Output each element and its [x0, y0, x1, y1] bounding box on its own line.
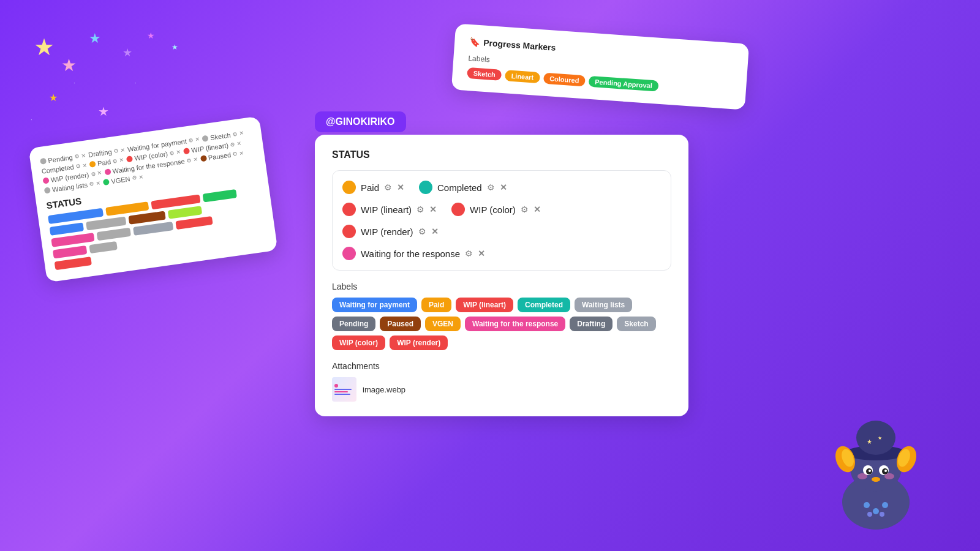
tab-gear-icon[interactable]: ⚙	[232, 151, 238, 157]
paid-gear-icon[interactable]: ⚙	[384, 182, 392, 192]
waiting-response-x-icon[interactable]: ✕	[478, 249, 485, 258]
tab-x-icon[interactable]: ✕	[138, 174, 144, 181]
color-bar	[53, 246, 87, 259]
attachments-heading: Attachments	[332, 361, 671, 371]
progress-label: Sketch	[467, 67, 502, 81]
tab-dot	[126, 156, 133, 162]
tab-x-icon[interactable]: ✕	[96, 180, 101, 187]
color-bar	[128, 211, 165, 225]
tab-x-icon[interactable]: ✕	[195, 136, 200, 143]
attachment-item: image.webp	[332, 377, 671, 402]
main-label-tag: Completed	[518, 298, 570, 312]
main-label-tag: Waiting for the response	[465, 317, 565, 331]
wip-color-label: WIP (color)	[470, 204, 516, 215]
main-label-tag: Sketch	[617, 317, 655, 331]
tab-x-icon[interactable]: ✕	[97, 170, 102, 176]
wip-color-x-icon[interactable]: ✕	[533, 204, 541, 214]
tab-gear-icon[interactable]: ⚙	[230, 141, 235, 148]
status-box: Paid ⚙ ✕ Completed ⚙ ✕ WIP (lineart) ⚙ ✕…	[332, 170, 671, 271]
tab-label: Pending	[48, 154, 74, 165]
status-row-1: WIP (lineart) ⚙ ✕ WIP (color) ⚙ ✕	[342, 203, 661, 216]
main-label-tag: VGEN	[425, 317, 461, 331]
svg-point-16	[873, 508, 879, 514]
svg-point-11	[884, 473, 894, 479]
wip-render-label: WIP (render)	[361, 227, 413, 237]
tab-x-icon[interactable]: ✕	[120, 147, 126, 154]
attachment-filename: image.webp	[363, 385, 405, 394]
status-waiting-response: Waiting for the response ⚙ ✕	[342, 247, 485, 260]
tab-gear-icon[interactable]: ⚙	[186, 157, 192, 164]
wip-lineart-label: WIP (lineart)	[361, 204, 412, 215]
tab-x-icon[interactable]: ✕	[82, 162, 88, 168]
wip-lineart-x-icon[interactable]: ✕	[429, 204, 437, 214]
status-completed: Completed ⚙ ✕	[419, 181, 507, 194]
progress-label: Coloured	[543, 73, 586, 87]
tab-gear-icon[interactable]: ⚙	[188, 137, 194, 144]
tab-x-icon[interactable]: ✕	[81, 152, 86, 159]
tab-gear-icon[interactable]: ⚙	[74, 153, 80, 160]
main-label-tag: Drafting	[570, 317, 612, 331]
tab-gear-icon[interactable]: ⚙	[232, 131, 238, 138]
color-bar	[89, 241, 118, 253]
tab-x-icon[interactable]: ✕	[236, 140, 242, 147]
status-wip-color: WIP (color) ⚙ ✕	[451, 203, 541, 216]
tab-x-icon[interactable]: ✕	[119, 157, 124, 163]
tab-gear-icon[interactable]: ⚙	[90, 171, 96, 178]
tab-label: Drafting	[88, 148, 112, 159]
tab-dot	[89, 161, 96, 168]
color-bar	[175, 216, 213, 230]
tab-gear-icon[interactable]: ⚙	[112, 158, 118, 165]
svg-point-3	[856, 421, 895, 455]
tab-gear-icon[interactable]: ⚙	[89, 181, 94, 187]
main-label-tag: Waiting for payment	[332, 298, 417, 312]
main-label-tag: Pending	[332, 317, 375, 331]
svg-point-8	[869, 470, 871, 472]
paid-dot	[342, 181, 356, 194]
wip-color-dot	[451, 203, 465, 216]
paid-x-icon[interactable]: ✕	[397, 182, 404, 192]
svg-point-12	[872, 477, 880, 482]
svg-point-9	[884, 470, 887, 472]
tab-dot	[42, 177, 49, 184]
wip-render-x-icon[interactable]: ✕	[431, 227, 439, 236]
attachment-thumbnail	[332, 377, 356, 402]
wip-lineart-gear-icon[interactable]: ⚙	[417, 204, 424, 214]
tab-gear-icon[interactable]: ⚙	[169, 149, 175, 156]
tab-label: Paused	[208, 151, 232, 162]
main-card-title: STATUS	[332, 149, 671, 160]
color-bar	[55, 257, 92, 270]
completed-x-icon[interactable]: ✕	[500, 182, 507, 192]
bookmark-icon: 🔖	[469, 37, 480, 47]
thumb-line-1	[334, 389, 352, 390]
wip-lineart-dot	[342, 203, 356, 216]
tab-x-icon[interactable]: ✕	[239, 130, 244, 137]
wip-color-gear-icon[interactable]: ⚙	[521, 204, 529, 214]
status-row-0: Paid ⚙ ✕ Completed ⚙ ✕	[342, 181, 661, 194]
completed-gear-icon[interactable]: ⚙	[487, 182, 495, 192]
progress-label: Pending Approval	[589, 76, 659, 92]
main-label-tag: Paused	[380, 317, 421, 331]
tab-dot	[183, 148, 190, 154]
tab-dot	[44, 187, 51, 193]
progress-label: Lineart	[505, 70, 540, 83]
labels-row: Waiting for paymentPaidWIP (lineart)Comp…	[332, 298, 671, 350]
thumb-dot	[334, 384, 338, 388]
waiting-response-label: Waiting for the response	[361, 249, 460, 259]
tab-gear-icon[interactable]: ⚙	[113, 148, 119, 154]
main-label-tag: WIP (lineart)	[456, 298, 513, 312]
svg-text:★: ★	[878, 435, 882, 441]
tab-gear-icon[interactable]: ⚙	[75, 163, 81, 170]
main-status-card: STATUS Paid ⚙ ✕ Completed ⚙ ✕ WIP (linea…	[315, 135, 688, 416]
main-label-tag: Waiting lists	[575, 298, 632, 312]
waiting-response-gear-icon[interactable]: ⚙	[465, 249, 473, 258]
wip-render-dot	[342, 225, 356, 238]
tab-x-icon[interactable]: ✕	[193, 156, 198, 163]
wip-render-gear-icon[interactable]: ⚙	[418, 227, 426, 236]
attachments-section: Attachments image.webp	[332, 361, 671, 402]
tab-gear-icon[interactable]: ⚙	[132, 174, 137, 181]
labels-section: Labels Waiting for paymentPaidWIP (linea…	[332, 282, 671, 350]
tab-x-icon[interactable]: ✕	[239, 150, 244, 157]
tab-x-icon[interactable]: ✕	[176, 149, 181, 156]
status-row-2: WIP (render) ⚙ ✕	[342, 225, 661, 238]
labels-heading: Labels	[332, 282, 671, 291]
